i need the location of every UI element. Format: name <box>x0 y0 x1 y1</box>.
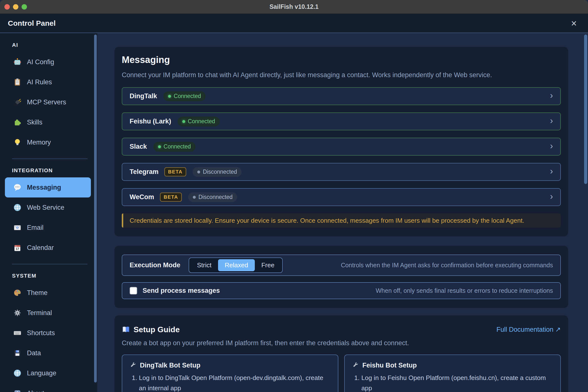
wrench-icon <box>352 362 359 369</box>
setup-guide-description: Create a bot app on your preferred IM pl… <box>122 339 561 347</box>
setup-card-title: Feishu Bot Setup <box>362 361 417 370</box>
globe-icon <box>13 203 22 212</box>
setup-card-feishu: Feishu Bot Setup Log in to Feishu Open P… <box>344 354 561 392</box>
chevron-right-icon: › <box>550 91 553 100</box>
sidebar-item-label: Data <box>27 349 41 357</box>
sidebar-section-system: SYSTEM <box>12 273 97 279</box>
sidebar-item-label: Email <box>27 224 44 232</box>
process-messages-checkbox[interactable] <box>130 287 137 294</box>
chevron-right-icon: › <box>550 142 553 150</box>
status-dot-icon <box>197 170 200 174</box>
page-title: Control Panel <box>8 19 56 28</box>
sidebar-item-skills[interactable]: Skills <box>5 112 91 132</box>
window-titlebar: SailFish v10.12.1 <box>0 0 588 14</box>
sidebar-item-mcp-servers[interactable]: MCP Servers <box>5 92 91 112</box>
sidebar-item-messaging[interactable]: Messaging <box>5 178 91 198</box>
sidebar-item-shortcuts[interactable]: Shortcuts <box>5 323 91 343</box>
setup-guide-title: Setup Guide <box>134 324 180 336</box>
platform-row-telegram[interactable]: Telegram BETA Disconnected › <box>122 163 561 181</box>
sidebar-item-web-service[interactable]: Web Service <box>5 198 91 218</box>
sidebar-item-label: Web Service <box>27 204 64 212</box>
process-messages-label: Send process messages <box>142 287 220 294</box>
sidebar-divider <box>12 158 88 159</box>
sidebar-item-data[interactable]: Data <box>5 343 91 363</box>
robot-icon <box>13 58 22 66</box>
credentials-warning: Credentials are stored locally. Ensure y… <box>122 214 561 228</box>
platform-row-feishu[interactable]: Feishu (Lark) Connected › <box>122 112 561 130</box>
svg-text:17: 17 <box>16 247 19 251</box>
info-icon <box>13 389 22 392</box>
minimize-traffic-light[interactable] <box>13 4 18 10</box>
execution-mode-option-strict[interactable]: Strict <box>190 259 218 271</box>
status-label: Connected <box>164 143 191 150</box>
platform-name: Telegram <box>130 168 158 176</box>
sidebar-item-ai-rules[interactable]: AI Rules <box>5 72 91 92</box>
zoom-traffic-light[interactable] <box>22 4 27 10</box>
setup-card-dingtalk: DingTalk Bot Setup Log in to DingTalk Op… <box>122 354 338 392</box>
sidebar-item-label: Shortcuts <box>27 329 55 337</box>
execution-mode-label: Execution Mode <box>130 262 180 269</box>
setup-guide-panel: Setup Guide Full Documentation ↗ Create … <box>114 315 568 392</box>
status-dot-icon <box>168 95 171 98</box>
platform-name: Slack <box>130 143 147 150</box>
setup-card-title: DingTalk Bot Setup <box>140 361 200 370</box>
close-traffic-light[interactable] <box>4 4 10 10</box>
close-icon[interactable]: × <box>571 18 577 28</box>
status-dot-icon <box>158 145 161 148</box>
sidebar-item-theme[interactable]: Theme <box>5 283 91 303</box>
sidebar-item-label: MCP Servers <box>27 98 66 106</box>
execution-mode-hint: Controls when the IM Agent asks for conf… <box>341 262 553 269</box>
status-label: Disconnected <box>198 194 232 200</box>
chevron-right-icon: › <box>550 192 553 201</box>
beta-badge: BETA <box>160 192 182 202</box>
keyboard-icon <box>13 329 22 337</box>
sidebar-item-label: Skills <box>27 118 42 126</box>
sidebar-item-calendar[interactable]: 17JUL Calendar <box>5 238 91 258</box>
speech-bubble-icon <box>13 183 22 192</box>
status-badge: Disconnected <box>192 167 242 177</box>
palette-icon <box>13 288 22 297</box>
sidebar-item-label: Language <box>27 370 56 377</box>
sidebar-item-label: Theme <box>27 289 48 297</box>
email-icon <box>13 224 22 232</box>
platform-row-dingtalk[interactable]: DingTalk Connected › <box>122 87 561 105</box>
sidebar-item-email[interactable]: Email <box>5 218 91 238</box>
execution-mode-option-relaxed[interactable]: Relaxed <box>218 259 254 271</box>
sidebar-item-language[interactable]: Language <box>5 363 91 383</box>
platform-row-wecom[interactable]: WeCom BETA Disconnected › <box>122 188 561 206</box>
chevron-right-icon: › <box>550 116 553 125</box>
sidebar-item-label: About <box>27 390 44 392</box>
setup-steps-list: Log in to DingTalk Open Platform (open-d… <box>130 373 330 392</box>
content-area: Messaging Connect your IM platform to ch… <box>97 33 588 392</box>
full-documentation-link[interactable]: Full Documentation ↗ <box>496 326 561 334</box>
sidebar-item-label: AI Config <box>27 58 54 66</box>
sidebar-item-ai-config[interactable]: AI Config <box>5 52 91 72</box>
sidebar-scrollbar[interactable] <box>94 34 97 382</box>
messaging-panel-title: Messaging <box>122 54 561 66</box>
calendar-icon: 17JUL <box>13 244 22 252</box>
sidebar-item-terminal[interactable]: Terminal <box>5 303 91 323</box>
setup-step: Log in to DingTalk Open Platform (open-d… <box>139 373 330 392</box>
execution-mode-option-free[interactable]: Free <box>255 259 281 271</box>
platform-row-slack[interactable]: Slack Connected › <box>122 138 561 156</box>
status-badge: Connected <box>153 142 196 152</box>
window-title: SailFish v10.12.1 <box>0 3 588 10</box>
platform-name: WeCom <box>130 193 154 201</box>
platform-name: DingTalk <box>130 92 157 100</box>
chevron-right-icon: › <box>550 167 553 176</box>
light-bulb-icon <box>13 138 22 146</box>
globe-icon <box>13 369 22 377</box>
sidebar-item-memory[interactable]: Memory <box>5 132 91 152</box>
status-dot-icon <box>193 196 196 199</box>
sidebar-item-about[interactable]: About <box>5 383 91 392</box>
sidebar: AI AI Config AI Rules MCP Servers Skills… <box>0 33 97 392</box>
sidebar-item-label: Calendar <box>27 244 54 252</box>
execution-mode-row: Execution Mode Strict Relaxed Free Contr… <box>122 254 561 276</box>
clipboard-icon <box>13 78 22 86</box>
status-badge: Connected <box>164 92 206 101</box>
content-scrollbar[interactable] <box>584 34 587 184</box>
traffic-lights <box>0 4 27 10</box>
setup-steps-list: Log in to Feishu Open Platform (open.fei… <box>352 373 553 392</box>
gear-icon <box>13 309 22 317</box>
puzzle-icon <box>13 118 22 126</box>
